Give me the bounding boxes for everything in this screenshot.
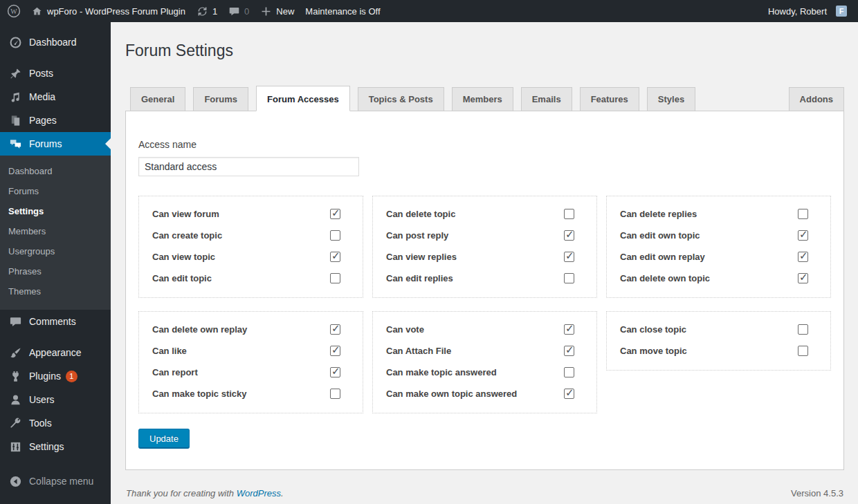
checkbox-can-make-topic-answered[interactable]	[564, 367, 574, 377]
svg-text:W: W	[10, 8, 17, 15]
update-button[interactable]: Update	[138, 429, 190, 449]
submenu-item-phrases[interactable]: Phrases	[0, 261, 111, 281]
sidebar-item-pages[interactable]: Pages	[0, 109, 111, 132]
tab-general[interactable]: General	[130, 87, 185, 111]
dashboard-icon	[9, 36, 23, 49]
tab-forum-accesses[interactable]: Forum Accesses	[256, 86, 350, 111]
submenu-item-usergroups[interactable]: Usergroups	[0, 241, 111, 261]
site-link[interactable]: wpForo - WordPress Forum Plugin	[26, 0, 191, 22]
tab-topics-posts[interactable]: Topics & Posts	[358, 87, 444, 111]
checkbox-can-delete-topic[interactable]	[564, 209, 574, 219]
checkbox-can-view-replies[interactable]	[564, 252, 574, 262]
submenu-item-dashboard[interactable]: Dashboard	[0, 161, 111, 181]
sidebar-item-label: Posts	[29, 68, 53, 79]
permission-row: Can make own topic answered	[386, 383, 574, 404]
checkbox-can-delete-replies[interactable]	[798, 209, 808, 219]
sidebar-item-tools[interactable]: Tools	[0, 411, 111, 435]
forum-accesses-panel: Access name Can view forumCan create top…	[125, 111, 844, 470]
checkbox-can-vote[interactable]	[564, 324, 574, 335]
permission-group-3: Can delete repliesCan edit own topicCan …	[606, 196, 831, 298]
checkbox-can-make-own-topic-answered[interactable]	[564, 389, 574, 399]
permission-row: Can report	[152, 362, 340, 383]
tab-emails[interactable]: Emails	[521, 87, 572, 111]
permission-label: Can view topic	[152, 252, 215, 262]
checkbox-can-view-topic[interactable]	[330, 252, 340, 262]
menu-separator	[0, 54, 111, 62]
sidebar-item-label: Forums	[29, 138, 62, 149]
sidebar-item-media[interactable]: Media	[0, 85, 111, 109]
wordpress-admin-screen: W wpForo - WordPress Forum Plugin 1 0	[0, 0, 858, 504]
submenu-item-themes[interactable]: Themes	[0, 281, 111, 301]
permission-row: Can edit own replay	[620, 246, 808, 268]
checkbox-can-like[interactable]	[330, 346, 340, 356]
permission-label: Can close topic	[620, 324, 686, 335]
collapse-menu-button[interactable]: Collapse menu	[0, 469, 111, 493]
maintenance-status[interactable]: Maintenance is Off	[300, 0, 385, 22]
sidebar-item-users[interactable]: Users	[0, 388, 111, 411]
tab-addons[interactable]: Addons	[789, 87, 844, 111]
permission-label: Can make topic sticky	[152, 389, 247, 399]
new-label: New	[276, 6, 294, 17]
checkbox-can-delete-own-topic[interactable]	[798, 273, 808, 283]
new-content-menu[interactable]: New	[255, 0, 300, 22]
permission-row: Can like	[152, 340, 340, 362]
comment-icon	[228, 6, 240, 17]
checkbox-can-attach-file[interactable]	[564, 346, 574, 356]
permission-row: Can create topic	[152, 225, 340, 246]
checkbox-can-edit-own-replay[interactable]	[798, 252, 808, 262]
permission-label: Can view forum	[152, 209, 219, 219]
checkbox-can-report[interactable]	[330, 367, 340, 377]
pages-icon	[9, 114, 23, 127]
access-name-input[interactable]	[138, 157, 359, 176]
sidebar-item-label: Users	[29, 394, 55, 405]
sidebar-item-settings[interactable]: Settings	[0, 435, 111, 458]
permission-row: Can edit replies	[386, 268, 574, 289]
checkbox-can-post-reply[interactable]	[564, 230, 574, 241]
settings-icon	[9, 440, 23, 454]
tab-features[interactable]: Features	[580, 87, 639, 111]
wordpress-link[interactable]: WordPress	[237, 488, 281, 498]
checkbox-can-delete-own-replay[interactable]	[330, 324, 340, 335]
checkbox-can-edit-topic[interactable]	[330, 273, 340, 283]
permission-label: Can edit own replay	[620, 252, 705, 262]
thanks-prefix: Thank you for creating with	[126, 488, 234, 498]
tab-forums[interactable]: Forums	[193, 87, 248, 111]
sidebar-item-appearance[interactable]: Appearance	[0, 341, 111, 364]
admin-bar: W wpForo - WordPress Forum Plugin 1 0	[0, 0, 858, 22]
checkbox-can-edit-replies[interactable]	[564, 273, 574, 283]
checkbox-can-edit-own-topic[interactable]	[798, 230, 808, 241]
comments-icon	[9, 315, 23, 328]
permission-label: Can edit own topic	[620, 230, 700, 241]
plugins-update-badge: 1	[66, 371, 77, 382]
submenu-item-settings[interactable]: Settings	[0, 201, 111, 221]
sidebar-item-forums[interactable]: Forums	[0, 132, 111, 156]
permission-label: Can report	[152, 367, 198, 377]
collapse-icon	[9, 475, 23, 488]
checkbox-can-view-forum[interactable]	[330, 209, 340, 219]
sidebar-item-label: Dashboard	[29, 37, 77, 48]
checkbox-can-move-topic[interactable]	[798, 346, 808, 356]
my-account-menu[interactable]: Howdy, Robert F	[763, 0, 852, 22]
sidebar-item-dashboard[interactable]: Dashboard	[0, 30, 111, 54]
sidebar-item-comments[interactable]: Comments	[0, 310, 111, 333]
sidebar-item-posts[interactable]: Posts	[0, 62, 111, 85]
submenu-item-forums[interactable]: Forums	[0, 181, 111, 201]
tab-members[interactable]: Members	[452, 87, 513, 111]
checkbox-can-close-topic[interactable]	[798, 324, 808, 335]
checkbox-can-make-topic-sticky[interactable]	[330, 389, 340, 399]
permission-row: Can make topic answered	[386, 362, 574, 383]
sidebar-item-plugins[interactable]: Plugins1	[0, 364, 111, 388]
updates-link[interactable]: 1	[191, 0, 223, 22]
wordpress-logo-menu[interactable]: W	[0, 0, 26, 22]
permission-label: Can make topic answered	[386, 367, 497, 377]
permission-label: Can delete own replay	[152, 324, 247, 335]
access-name-label: Access name	[138, 139, 831, 150]
permission-row: Can make topic sticky	[152, 383, 340, 404]
checkbox-can-create-topic[interactable]	[330, 230, 340, 241]
comments-link[interactable]: 0	[223, 0, 255, 22]
collapse-menu-label: Collapse menu	[29, 476, 93, 487]
submenu-item-members[interactable]: Members	[0, 221, 111, 241]
permission-label: Can view replies	[386, 252, 457, 262]
tab-styles[interactable]: Styles	[647, 87, 695, 111]
permission-row: Can close topic	[620, 319, 808, 340]
